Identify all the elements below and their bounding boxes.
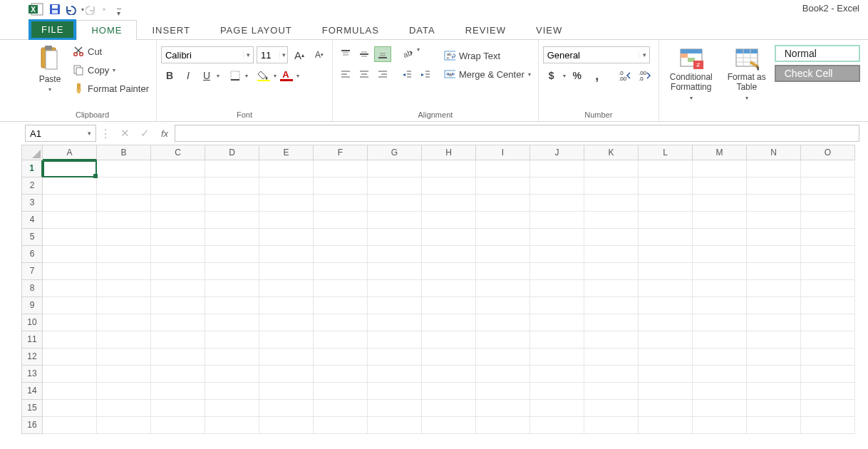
cell[interactable] — [368, 297, 422, 314]
merge-center-button[interactable]: a Merge & Center ▾ — [441, 65, 534, 83]
cell[interactable] — [584, 229, 639, 246]
cell[interactable] — [43, 229, 97, 246]
cell[interactable] — [259, 417, 314, 434]
cell[interactable] — [151, 314, 205, 331]
cell[interactable] — [422, 246, 476, 263]
cell[interactable] — [151, 195, 205, 212]
cell[interactable] — [801, 383, 855, 400]
cell[interactable] — [801, 229, 855, 246]
save-icon[interactable] — [47, 1, 63, 17]
cell[interactable] — [747, 297, 801, 314]
cell[interactable] — [368, 280, 422, 297]
orientation-icon[interactable]: ab — [398, 46, 415, 62]
font-color-dropdown[interactable]: ▾ — [296, 73, 299, 79]
cell[interactable] — [259, 160, 314, 177]
cell[interactable] — [747, 331, 801, 349]
cell[interactable] — [43, 280, 97, 297]
redo-icon[interactable] — [86, 1, 101, 17]
tab-formulas[interactable]: FORMULAS — [307, 20, 394, 40]
row-header[interactable]: 12 — [21, 349, 43, 366]
cell[interactable] — [639, 246, 693, 263]
merge-dropdown[interactable]: ▾ — [528, 71, 531, 78]
cell[interactable] — [368, 177, 422, 195]
row-header[interactable]: 8 — [21, 280, 43, 297]
cell[interactable] — [151, 331, 205, 349]
cell[interactable] — [747, 314, 801, 331]
cell[interactable] — [693, 195, 747, 212]
formula-bar-input[interactable] — [175, 125, 859, 142]
tab-home[interactable]: HOME — [76, 20, 137, 40]
cell[interactable] — [584, 297, 639, 314]
cell[interactable] — [747, 246, 801, 263]
cell[interactable] — [259, 331, 314, 349]
cell[interactable] — [259, 349, 314, 366]
tab-data[interactable]: DATA — [394, 20, 450, 40]
cell[interactable] — [530, 177, 584, 195]
cell[interactable] — [97, 417, 151, 434]
cell[interactable] — [693, 314, 747, 331]
cell[interactable] — [530, 212, 584, 229]
cell[interactable] — [422, 280, 476, 297]
cell[interactable] — [639, 297, 693, 314]
cell[interactable] — [584, 195, 639, 212]
name-box-input[interactable] — [26, 128, 83, 139]
cell[interactable] — [368, 366, 422, 383]
cell[interactable] — [693, 297, 747, 314]
font-name-input[interactable] — [162, 50, 243, 61]
cell[interactable] — [259, 280, 314, 297]
cell[interactable] — [259, 314, 314, 331]
cell[interactable] — [43, 297, 97, 314]
cell[interactable] — [801, 314, 855, 331]
cell[interactable] — [747, 212, 801, 229]
cell[interactable] — [476, 246, 530, 263]
cell[interactable] — [314, 297, 368, 314]
cell[interactable] — [97, 297, 151, 314]
cell[interactable] — [368, 383, 422, 400]
cell[interactable] — [639, 366, 693, 383]
cell[interactable] — [693, 177, 747, 195]
wrap-text-button[interactable]: abc Wrap Text — [441, 46, 534, 65]
cell[interactable] — [693, 366, 747, 383]
cell[interactable] — [530, 349, 584, 366]
cell[interactable] — [476, 331, 530, 349]
cell[interactable] — [693, 400, 747, 417]
cell[interactable] — [530, 246, 584, 263]
cell[interactable] — [530, 331, 584, 349]
cell[interactable] — [530, 280, 584, 297]
cell[interactable] — [693, 383, 747, 400]
cell[interactable] — [205, 263, 259, 280]
cell[interactable] — [476, 195, 530, 212]
fill-dropdown[interactable]: ▾ — [274, 73, 277, 79]
column-header[interactable]: D — [205, 145, 259, 160]
cell[interactable] — [259, 383, 314, 400]
cell[interactable] — [530, 417, 584, 434]
cell[interactable] — [801, 349, 855, 366]
cell[interactable] — [314, 331, 368, 349]
cell[interactable] — [259, 400, 314, 417]
cell[interactable] — [368, 314, 422, 331]
enter-formula-icon[interactable]: ✓ — [135, 127, 155, 140]
style-normal[interactable]: Normal — [775, 45, 860, 62]
tab-view[interactable]: VIEW — [521, 20, 577, 40]
cell[interactable] — [801, 195, 855, 212]
row-header[interactable]: 2 — [21, 177, 43, 195]
cell[interactable] — [43, 400, 97, 417]
row-header[interactable]: 7 — [21, 263, 43, 280]
cell[interactable] — [693, 263, 747, 280]
cell[interactable] — [97, 366, 151, 383]
cell[interactable] — [476, 280, 530, 297]
cell[interactable] — [747, 280, 801, 297]
cell[interactable] — [314, 314, 368, 331]
cell[interactable] — [259, 177, 314, 195]
align-center-icon[interactable] — [356, 66, 373, 82]
cell[interactable] — [639, 229, 693, 246]
cell[interactable] — [639, 280, 693, 297]
cell[interactable] — [97, 400, 151, 417]
name-box[interactable]: ▾ — [25, 125, 96, 142]
cell[interactable] — [314, 229, 368, 246]
column-header[interactable]: F — [314, 145, 368, 160]
column-header[interactable]: E — [259, 145, 314, 160]
cell[interactable] — [314, 383, 368, 400]
cell[interactable] — [151, 349, 205, 366]
cell[interactable] — [476, 383, 530, 400]
